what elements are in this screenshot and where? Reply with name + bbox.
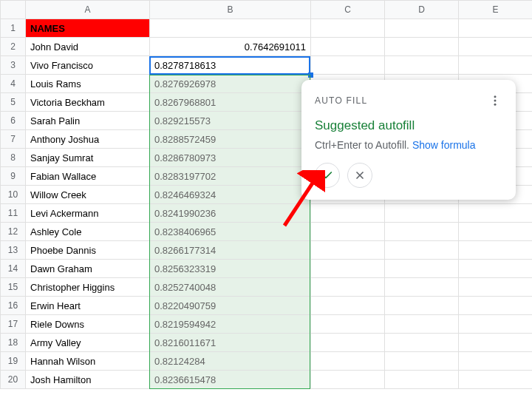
row-header[interactable]: 13 bbox=[1, 241, 26, 260]
cell-D19[interactable] bbox=[385, 352, 459, 371]
row-header[interactable]: 3 bbox=[1, 56, 26, 75]
cell-A13[interactable]: Phoebe Dannis bbox=[26, 241, 150, 260]
cell-B9[interactable]: 0.8283197702 bbox=[150, 167, 311, 186]
col-header-B[interactable]: B bbox=[150, 1, 311, 19]
cell-E18[interactable] bbox=[459, 334, 533, 352]
row-header[interactable]: 9 bbox=[1, 167, 26, 186]
cell-B17[interactable]: 0.8219594942 bbox=[150, 315, 311, 334]
cell-B10[interactable]: 0.8246469324 bbox=[150, 186, 311, 204]
cell-C14[interactable] bbox=[311, 260, 385, 278]
row-header[interactable]: 6 bbox=[1, 112, 26, 130]
cell-D14[interactable] bbox=[385, 260, 459, 278]
cell-E19[interactable] bbox=[459, 352, 533, 371]
cell-B18[interactable]: 0.8216011671 bbox=[150, 334, 311, 352]
col-header-C[interactable]: C bbox=[311, 1, 385, 19]
cell-E2[interactable] bbox=[459, 38, 533, 56]
cell-D11[interactable] bbox=[385, 204, 459, 223]
cell-A18[interactable]: Army Valley bbox=[26, 334, 150, 352]
cell-E14[interactable] bbox=[459, 260, 533, 278]
cell-C18[interactable] bbox=[311, 334, 385, 352]
cell-C15[interactable] bbox=[311, 278, 385, 297]
cell-E3[interactable] bbox=[459, 56, 533, 75]
cell-A20[interactable]: Josh Hamilton bbox=[26, 371, 150, 389]
cell-D2[interactable] bbox=[385, 38, 459, 56]
cell-D15[interactable] bbox=[385, 278, 459, 297]
cell-B5[interactable]: 0.8267968801 bbox=[150, 93, 311, 112]
cell-A1[interactable]: NAMES bbox=[26, 19, 150, 38]
row-header[interactable]: 20 bbox=[1, 371, 26, 389]
cell-E12[interactable] bbox=[459, 223, 533, 241]
cell-E16[interactable] bbox=[459, 297, 533, 315]
row-header[interactable]: 10 bbox=[1, 186, 26, 204]
cell-A12[interactable]: Ashley Cole bbox=[26, 223, 150, 241]
reject-autofill-button[interactable] bbox=[347, 163, 372, 188]
cell-A16[interactable]: Erwin Heart bbox=[26, 297, 150, 315]
cell-A3[interactable]: Vivo Francisco bbox=[26, 56, 150, 75]
cell-A2[interactable]: John David bbox=[26, 38, 150, 56]
cell-E17[interactable] bbox=[459, 315, 533, 334]
cell-B14[interactable]: 0.8256323319 bbox=[150, 260, 311, 278]
cell-B4[interactable]: 0.8276926978 bbox=[150, 75, 311, 93]
row-header[interactable]: 18 bbox=[1, 334, 26, 352]
cell-A17[interactable]: Riele Downs bbox=[26, 315, 150, 334]
cell-C19[interactable] bbox=[311, 352, 385, 371]
cell-D13[interactable] bbox=[385, 241, 459, 260]
show-formula-link[interactable]: Show formula bbox=[412, 139, 476, 151]
cell-D3[interactable] bbox=[385, 56, 459, 75]
row-header[interactable]: 16 bbox=[1, 297, 26, 315]
cell-A6[interactable]: Sarah Palin bbox=[26, 112, 150, 130]
col-header-A[interactable]: A bbox=[26, 1, 150, 19]
cell-A8[interactable]: Sanjay Sumrat bbox=[26, 149, 150, 167]
cell-C13[interactable] bbox=[311, 241, 385, 260]
cell-B7[interactable]: 0.8288572459 bbox=[150, 130, 311, 149]
cell-B19[interactable]: 0.82124284 bbox=[150, 352, 311, 371]
col-header-D[interactable]: D bbox=[385, 1, 459, 19]
cell-B12[interactable]: 0.8238406965 bbox=[150, 223, 311, 241]
cell-B15[interactable]: 0.8252740048 bbox=[150, 278, 311, 297]
row-header[interactable]: 15 bbox=[1, 278, 26, 297]
cell-B8[interactable]: 0.8286780973 bbox=[150, 149, 311, 167]
cell-B16[interactable]: 0.8220490759 bbox=[150, 297, 311, 315]
cell-C3[interactable] bbox=[311, 56, 385, 75]
accept-autofill-button[interactable] bbox=[315, 163, 340, 188]
cell-C12[interactable] bbox=[311, 223, 385, 241]
row-header[interactable]: 4 bbox=[1, 75, 26, 93]
cell-B20[interactable]: 0.8236615478 bbox=[150, 371, 311, 389]
cell-C2[interactable] bbox=[311, 38, 385, 56]
cell-A11[interactable]: Levi Ackermann bbox=[26, 204, 150, 223]
cell-D12[interactable] bbox=[385, 223, 459, 241]
cell-D18[interactable] bbox=[385, 334, 459, 352]
col-header-E[interactable]: E bbox=[459, 1, 533, 19]
cell-D16[interactable] bbox=[385, 297, 459, 315]
row-header[interactable]: 12 bbox=[1, 223, 26, 241]
cell-B11[interactable]: 0.8241990236 bbox=[150, 204, 311, 223]
cell-E13[interactable] bbox=[459, 241, 533, 260]
cell-D17[interactable] bbox=[385, 315, 459, 334]
cell-B2[interactable]: 0.7642691011 bbox=[150, 38, 311, 56]
cell-A7[interactable]: Anthony Joshua bbox=[26, 130, 150, 149]
cell-A9[interactable]: Fabian Wallace bbox=[26, 167, 150, 186]
cell-A14[interactable]: Dawn Graham bbox=[26, 260, 150, 278]
cell-B6[interactable]: 0.829215573 bbox=[150, 112, 311, 130]
cell-E11[interactable] bbox=[459, 204, 533, 223]
cell-A15[interactable]: Christopher Higgins bbox=[26, 278, 150, 297]
cell-B1[interactable] bbox=[150, 19, 311, 38]
cell-B3-selected[interactable]: 0.8278718613 bbox=[150, 56, 311, 75]
cell-D1[interactable] bbox=[385, 19, 459, 38]
cell-B13[interactable]: 0.8266177314 bbox=[150, 241, 311, 260]
cell-C20[interactable] bbox=[311, 371, 385, 389]
row-header[interactable]: 1 bbox=[1, 19, 26, 38]
cell-A5[interactable]: Victoria Beckham bbox=[26, 93, 150, 112]
row-header[interactable]: 7 bbox=[1, 130, 26, 149]
cell-D20[interactable] bbox=[385, 371, 459, 389]
cell-A19[interactable]: Hannah Wilson bbox=[26, 352, 150, 371]
row-header[interactable]: 2 bbox=[1, 38, 26, 56]
cell-C1[interactable] bbox=[311, 19, 385, 38]
cell-C11[interactable] bbox=[311, 204, 385, 223]
cell-A4[interactable]: Louis Rams bbox=[26, 75, 150, 93]
more-options-button[interactable] bbox=[488, 93, 502, 108]
row-header[interactable]: 17 bbox=[1, 315, 26, 334]
row-header[interactable]: 11 bbox=[1, 204, 26, 223]
row-header[interactable]: 8 bbox=[1, 149, 26, 167]
row-header[interactable]: 14 bbox=[1, 260, 26, 278]
